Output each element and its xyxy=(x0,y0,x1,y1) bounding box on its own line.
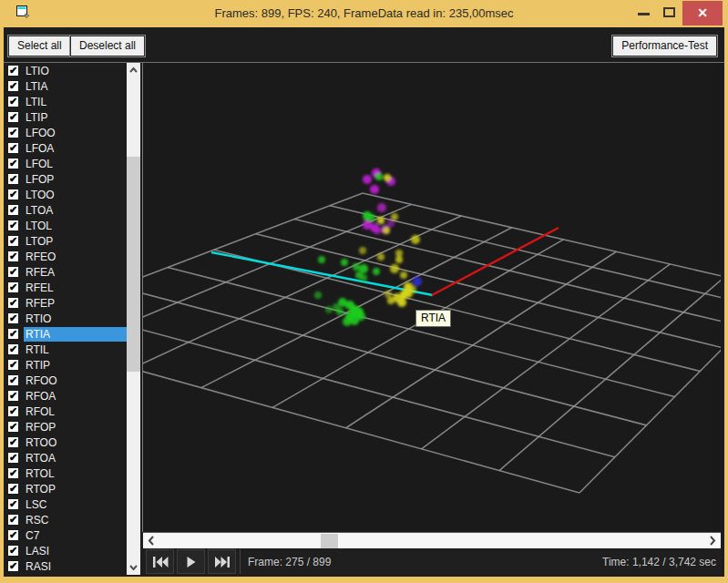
checkbox[interactable]: ✔ xyxy=(7,189,19,200)
marker-item-LTIA[interactable]: ✔LTIA xyxy=(5,78,127,94)
marker-item-label: RFOL xyxy=(24,404,127,419)
marker-item-LASI[interactable]: ✔LASI xyxy=(5,543,127,558)
marker-item-RFEL[interactable]: ✔RFEL xyxy=(5,280,127,295)
marker-item-label: LTOA xyxy=(24,203,127,218)
checkbox[interactable]: ✔ xyxy=(7,297,19,309)
checkbox[interactable]: ✔ xyxy=(7,343,19,355)
skip-to-end-button[interactable] xyxy=(208,549,236,574)
marker-item-LTIP[interactable]: ✔LTIP xyxy=(5,109,127,125)
marker-list-scrollbar[interactable] xyxy=(127,63,140,575)
checkbox[interactable]: ✔ xyxy=(7,545,19,557)
checkbox[interactable]: ✔ xyxy=(7,359,19,371)
performance-test-button[interactable]: Performance-Test xyxy=(611,35,718,57)
maximize-button[interactable] xyxy=(658,0,682,26)
checkbox[interactable]: ✔ xyxy=(7,281,19,293)
marker-item-RTIO[interactable]: ✔RTIO xyxy=(5,311,127,326)
marker-item-RFEO[interactable]: ✔RFEO xyxy=(5,249,127,264)
client-area: Select all Deselect all Performance-Test… xyxy=(4,27,724,577)
marker-item-label: RFEL xyxy=(24,281,127,295)
marker-item-RTOP[interactable]: ✔RTOP xyxy=(5,481,127,496)
marker-item-RTOL[interactable]: ✔RTOL xyxy=(5,465,127,481)
marker-item-LTIL[interactable]: ✔LTIL xyxy=(5,94,127,109)
checkbox[interactable]: ✔ xyxy=(7,405,19,417)
viewport-hscrollbar[interactable] xyxy=(143,532,721,548)
title-bar[interactable]: Frames: 899, FPS: 240, FrameData read in… xyxy=(0,0,728,27)
marker-item-RFOP[interactable]: ✔RFOP xyxy=(5,419,127,435)
marker-item-RTIP[interactable]: ✔RTIP xyxy=(5,357,127,373)
marker-item-LFOO[interactable]: ✔LFOO xyxy=(5,125,127,140)
skip-to-end-icon xyxy=(214,556,231,568)
play-button[interactable] xyxy=(177,549,205,574)
marker-item-RFOO[interactable]: ✔RFOO xyxy=(5,373,127,388)
checkbox[interactable]: ✔ xyxy=(7,467,19,479)
marker-item-LTOA[interactable]: ✔LTOA xyxy=(5,202,127,218)
checkbox[interactable]: ✔ xyxy=(7,80,19,92)
marker-item-LTIO[interactable]: ✔LTIO xyxy=(5,63,127,78)
playback-bar: Frame: 275 / 899 Time: 1,142 / 3,742 sec xyxy=(143,548,721,575)
chevron-left-icon xyxy=(144,533,159,548)
scene-viewport[interactable]: RTIA xyxy=(142,63,721,532)
checkbox[interactable]: ✔ xyxy=(7,390,19,402)
marker-item-LFOP[interactable]: ✔LFOP xyxy=(5,171,127,187)
marker-item-LTOL[interactable]: ✔LTOL xyxy=(5,218,127,233)
checkbox[interactable]: ✔ xyxy=(7,235,19,247)
deselect-all-button[interactable]: Deselect all xyxy=(69,35,146,57)
checkbox[interactable]: ✔ xyxy=(7,65,19,77)
checkbox[interactable]: ✔ xyxy=(7,158,19,169)
marker-item-LTOP[interactable]: ✔LTOP xyxy=(5,233,127,249)
scroll-down-button[interactable] xyxy=(127,559,140,575)
checkbox[interactable]: ✔ xyxy=(7,127,19,138)
checkbox[interactable]: ✔ xyxy=(7,204,19,216)
marker-item-LFOL[interactable]: ✔LFOL xyxy=(5,156,127,171)
checkbox[interactable]: ✔ xyxy=(7,142,19,154)
checkbox[interactable]: ✔ xyxy=(7,421,19,433)
minimize-button[interactable] xyxy=(632,0,656,26)
marker-item-LSC[interactable]: ✔LSC xyxy=(5,496,127,512)
checkbox[interactable]: ✔ xyxy=(7,514,19,526)
skip-to-start-button[interactable] xyxy=(146,549,174,574)
marker-item-label: RTIO xyxy=(24,312,127,326)
scene-canvas xyxy=(143,63,721,532)
marker-item-label: LSC xyxy=(24,497,127,512)
marker-item-label: RFEA xyxy=(24,265,127,280)
marker-item-LTOO[interactable]: ✔LTOO xyxy=(5,187,127,202)
marker-item-RFOA[interactable]: ✔RFOA xyxy=(5,388,127,404)
checkbox[interactable]: ✔ xyxy=(7,111,19,123)
marker-item-RFOL[interactable]: ✔RFOL xyxy=(5,404,127,419)
marker-item-RTIA[interactable]: ✔RTIA xyxy=(5,326,127,342)
checkbox[interactable]: ✔ xyxy=(7,312,19,324)
marker-item-RTOO[interactable]: ✔RTOO xyxy=(5,435,127,450)
checkbox[interactable]: ✔ xyxy=(7,173,19,185)
checkbox[interactable]: ✔ xyxy=(7,560,19,572)
marker-item-label: RFOP xyxy=(24,420,127,435)
hscrollbar-thumb[interactable] xyxy=(321,534,338,548)
marker-item-RASI[interactable]: ✔RASI xyxy=(5,558,127,574)
marker-item-LFOA[interactable]: ✔LFOA xyxy=(5,140,127,156)
checkbox[interactable]: ✔ xyxy=(7,251,19,262)
checkbox[interactable]: ✔ xyxy=(7,374,19,386)
checkbox[interactable]: ✔ xyxy=(7,452,19,464)
checkbox[interactable]: ✔ xyxy=(7,96,19,107)
marker-item-RTIL[interactable]: ✔RTIL xyxy=(5,342,127,357)
marker-item-RSC[interactable]: ✔RSC xyxy=(5,512,127,527)
marker-item-label: LASI xyxy=(24,544,127,558)
checkbox[interactable]: ✔ xyxy=(7,483,19,495)
checkbox[interactable]: ✔ xyxy=(7,436,19,448)
checkbox[interactable]: ✔ xyxy=(7,220,19,231)
marker-item-label: LTIL xyxy=(24,95,127,109)
marker-item-RTOA[interactable]: ✔RTOA xyxy=(5,450,127,465)
checkbox[interactable]: ✔ xyxy=(7,498,19,510)
scroll-left-button[interactable] xyxy=(144,533,159,548)
marker-item-RFEP[interactable]: ✔RFEP xyxy=(5,295,127,311)
checkbox[interactable]: ✔ xyxy=(7,529,19,541)
checkbox[interactable]: ✔ xyxy=(7,266,19,278)
marker-item-C7[interactable]: ✔C7 xyxy=(5,527,127,543)
marker-item-label: C7 xyxy=(24,528,127,543)
scrollbar-thumb[interactable] xyxy=(127,157,140,372)
scroll-right-button[interactable] xyxy=(704,533,720,548)
checkbox[interactable]: ✔ xyxy=(7,328,19,340)
scroll-up-button[interactable] xyxy=(127,63,140,78)
select-all-button[interactable]: Select all xyxy=(7,35,72,57)
marker-item-RFEA[interactable]: ✔RFEA xyxy=(5,264,127,280)
close-button[interactable]: ✕ xyxy=(682,1,723,26)
